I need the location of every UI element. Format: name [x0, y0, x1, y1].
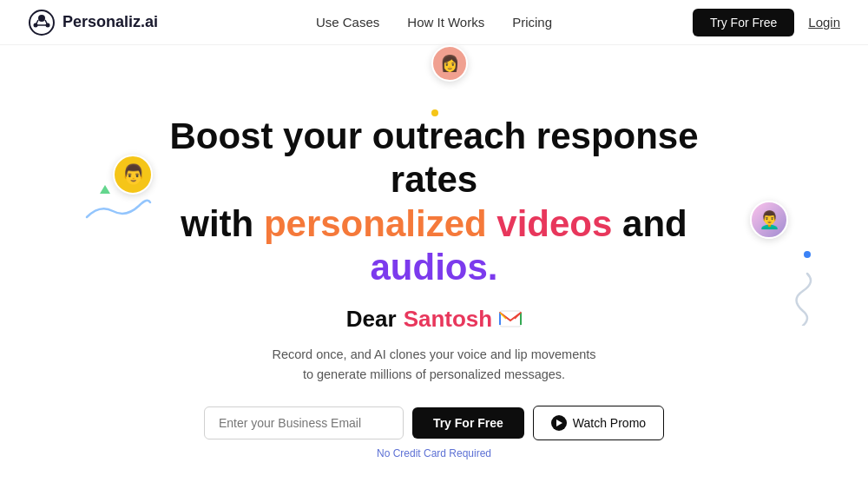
logo-icon — [28, 9, 56, 36]
hero-personalized: personalized — [264, 203, 487, 244]
dear-label: Dear — [346, 306, 397, 333]
nav-pricing[interactable]: Pricing — [512, 15, 552, 30]
hero-section: Boost your outreach response rates with … — [0, 45, 868, 459]
dear-name: Santosh — [404, 306, 493, 333]
hero-dear-line: Dear Santosh — [346, 306, 522, 333]
watch-promo-button[interactable]: Watch Promo — [533, 406, 664, 440]
hero-and: and — [612, 203, 687, 244]
play-icon — [551, 415, 567, 431]
nav-login-button[interactable]: Login — [808, 15, 840, 30]
hero-title-line1: Boost your outreach response rates — [169, 116, 698, 200]
hero-title-line2: with personalized videos and audios. — [152, 202, 716, 290]
no-credit-label: No Credit Card Required — [377, 447, 491, 459]
watch-promo-label: Watch Promo — [573, 416, 646, 430]
logo-text: Personaliz.ai — [62, 13, 158, 31]
hero-subtitle: Record once, and AI clones your voice an… — [269, 345, 599, 385]
svg-point-0 — [30, 10, 54, 35]
navbar: Personaliz.ai Use Cases How It Works Pri… — [0, 0, 868, 45]
cta-try-free-button[interactable]: Try For Free — [412, 407, 524, 439]
play-triangle — [556, 420, 562, 426]
nav-actions: Try For Free Login — [693, 9, 840, 36]
nav-try-free-button[interactable]: Try For Free — [693, 9, 794, 36]
svg-point-1 — [38, 15, 45, 22]
hero-cta: Try For Free Watch Promo — [204, 406, 664, 440]
logo[interactable]: Personaliz.ai — [28, 9, 158, 36]
hero-videos: videos — [496, 203, 612, 244]
nav-use-cases[interactable]: Use Cases — [316, 15, 379, 30]
nav-how-it-works[interactable]: How It Works — [407, 15, 484, 30]
svg-rect-8 — [500, 311, 521, 327]
gmail-icon — [499, 310, 522, 327]
hero-title: Boost your outreach response rates with … — [152, 115, 716, 290]
hero-space — [487, 203, 497, 244]
hero-with: with — [181, 203, 264, 244]
hero-audios: audios. — [370, 247, 497, 287]
email-input[interactable] — [204, 406, 404, 439]
nav-links: Use Cases How It Works Pricing — [316, 15, 552, 30]
